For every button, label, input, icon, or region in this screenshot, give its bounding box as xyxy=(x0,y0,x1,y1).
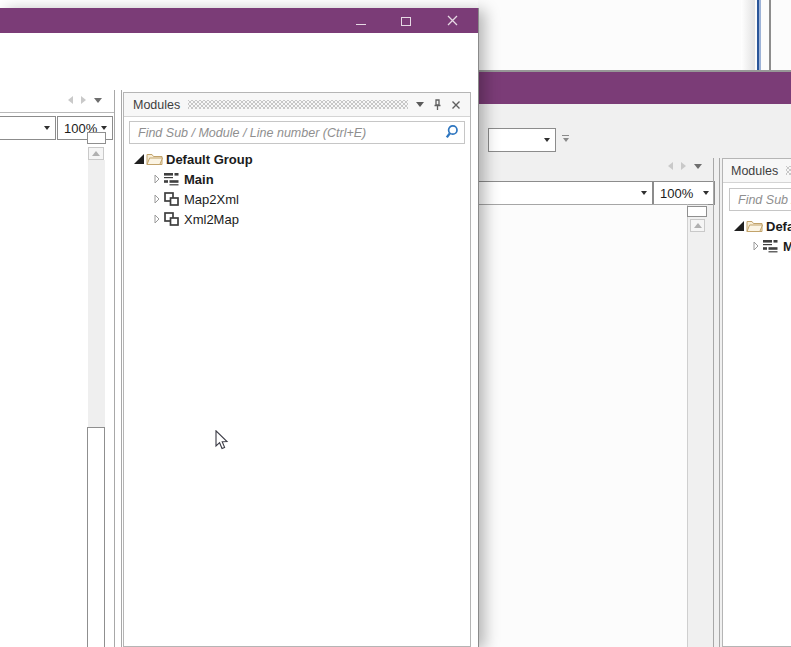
chevron-down-icon xyxy=(101,126,107,130)
window-edge-blue-line-light xyxy=(759,0,761,70)
vertical-scrollbar[interactable] xyxy=(687,204,708,647)
tree-expander-collapsed-icon[interactable] xyxy=(749,241,763,251)
tree-expander-collapsed-icon[interactable] xyxy=(150,194,164,204)
nav-forward-icon[interactable] xyxy=(681,162,686,170)
tree-row-main[interactable]: Main xyxy=(124,169,470,189)
tree-row-label: Default Group xyxy=(166,152,253,167)
chevron-down-icon[interactable] xyxy=(416,102,424,107)
app-window-front: 100% Modules xyxy=(0,8,479,647)
app-window-behind-content: 100% Modules xyxy=(478,104,791,647)
close-icon[interactable] xyxy=(451,100,461,110)
titlebar-behind[interactable] xyxy=(478,72,791,104)
modules-search-box xyxy=(729,188,791,211)
toolbar-divider xyxy=(0,112,114,113)
panel-splitter-line[interactable] xyxy=(719,158,720,647)
nav-back-icon[interactable] xyxy=(68,96,73,104)
modules-panel-header[interactable]: Modules xyxy=(723,159,791,183)
panel-drag-texture[interactable] xyxy=(188,100,408,109)
modules-panel-title: Modules xyxy=(731,164,778,178)
close-button[interactable] xyxy=(437,8,467,33)
tree-expander-collapsed-icon[interactable] xyxy=(150,174,164,184)
maximize-button[interactable] xyxy=(391,8,421,33)
open-folder-icon xyxy=(146,152,166,166)
font-combobox[interactable] xyxy=(477,181,653,205)
chevron-down-icon xyxy=(641,191,647,195)
background-document-window xyxy=(478,0,791,72)
modules-panel-title: Modules xyxy=(133,98,180,112)
scroll-up-button[interactable] xyxy=(690,219,705,232)
modules-search-input[interactable] xyxy=(730,189,791,210)
window-edge-gray-line xyxy=(769,0,771,70)
chevron-down-icon xyxy=(544,138,550,142)
modules-search-input[interactable] xyxy=(130,122,464,143)
tree-row-main[interactable]: Main xyxy=(723,236,791,256)
overflow-triangle xyxy=(563,138,569,142)
document-canvas[interactable] xyxy=(478,204,687,647)
nav-back-icon[interactable] xyxy=(668,162,673,170)
tree-expander-expanded-icon[interactable] xyxy=(732,221,746,231)
chevron-down-icon xyxy=(44,126,50,130)
magnifier-icon[interactable] xyxy=(444,124,459,144)
tree-row-map2xml[interactable]: Map2Xml xyxy=(124,189,470,209)
overflow-bar xyxy=(562,135,569,136)
pin-icon[interactable] xyxy=(432,99,443,111)
tree-row-label: Xml2Map xyxy=(184,212,239,227)
tree-row-label: Map2Xml xyxy=(184,192,239,207)
zoom-combobox-value: 100% xyxy=(654,186,703,201)
modules-tree: Default Group Main xyxy=(124,149,470,229)
tree-row-xml2map[interactable]: Xml2Map xyxy=(124,209,470,229)
panel-splitter-line[interactable] xyxy=(114,90,115,647)
modules-panel-header[interactable]: Modules xyxy=(124,93,470,117)
module-icon xyxy=(164,192,184,206)
tree-row-label: Main xyxy=(184,172,214,187)
tree-row-label: Main xyxy=(783,239,791,254)
background-scrollbar-strip xyxy=(741,0,755,70)
panel-splitter-line[interactable] xyxy=(713,158,714,647)
scrollbar-thumb[interactable] xyxy=(87,427,105,647)
close-icon xyxy=(447,15,458,26)
toolbar-combobox[interactable] xyxy=(488,128,556,152)
scrollbar-splitter-handle[interactable] xyxy=(687,206,707,217)
arrow-up-icon xyxy=(92,151,100,156)
tree-row-default-group[interactable]: Default Group xyxy=(723,216,791,236)
nav-forward-icon[interactable] xyxy=(81,96,86,104)
panel-drag-texture[interactable] xyxy=(786,166,791,175)
toolbar-overflow-icon[interactable] xyxy=(562,135,569,142)
tree-row-label: Default Group xyxy=(766,219,791,234)
modules-panel: Modules Default Group xyxy=(722,158,791,647)
arrow-up-icon xyxy=(694,223,702,228)
sequence-icon xyxy=(763,239,783,253)
modules-tree: Default Group Main xyxy=(723,216,791,256)
modules-search-box xyxy=(129,121,465,144)
scroll-up-button[interactable] xyxy=(88,147,104,160)
document-nav-arrows xyxy=(668,162,702,170)
tree-row-default-group[interactable]: Default Group xyxy=(124,149,470,169)
panel-splitter-line[interactable] xyxy=(121,90,122,647)
zoom-combobox[interactable]: 100% xyxy=(653,181,715,205)
open-folder-icon xyxy=(746,219,766,233)
titlebar[interactable] xyxy=(0,8,478,33)
tree-expander-expanded-icon[interactable] xyxy=(132,154,146,164)
module-icon xyxy=(164,212,184,226)
font-combobox[interactable] xyxy=(0,116,56,140)
scrollbar-splitter-handle[interactable] xyxy=(87,132,106,144)
document-nav-arrows xyxy=(68,96,102,104)
minimize-icon xyxy=(356,24,366,25)
app-window-behind: 100% Modules xyxy=(478,72,791,647)
minimize-button[interactable] xyxy=(346,8,376,33)
chevron-down-icon xyxy=(703,191,709,195)
nav-menu-icon[interactable] xyxy=(94,98,102,103)
modules-panel: Modules xyxy=(123,92,471,647)
screen: 100% Modules xyxy=(0,0,791,647)
app-window-front-content: 100% Modules xyxy=(0,33,478,647)
tree-expander-collapsed-icon[interactable] xyxy=(150,214,164,224)
sequence-icon xyxy=(164,172,184,186)
maximize-icon xyxy=(401,17,411,26)
nav-menu-icon[interactable] xyxy=(694,164,702,169)
